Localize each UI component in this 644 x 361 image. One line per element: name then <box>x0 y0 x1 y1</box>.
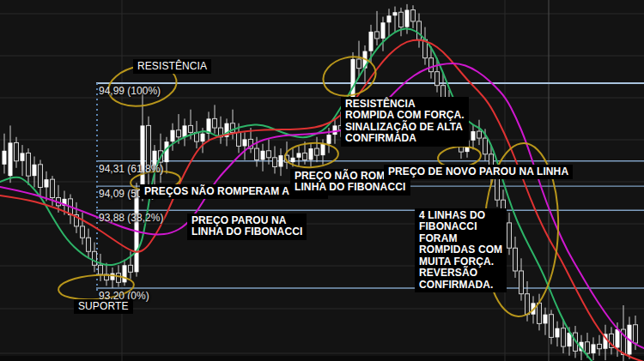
chart-svg <box>0 0 644 361</box>
candlestick-chart[interactable]: 94,99 (100%)94,31 (61,8%)94,09 (50%)93,8… <box>0 0 644 361</box>
bottom-strip <box>0 356 644 361</box>
highlight-ellipse <box>58 273 135 302</box>
gridlines <box>0 0 644 361</box>
ma-slow-magenta <box>0 63 644 348</box>
highlight-ellipses <box>58 51 561 317</box>
ma-medium-red <box>0 40 644 361</box>
